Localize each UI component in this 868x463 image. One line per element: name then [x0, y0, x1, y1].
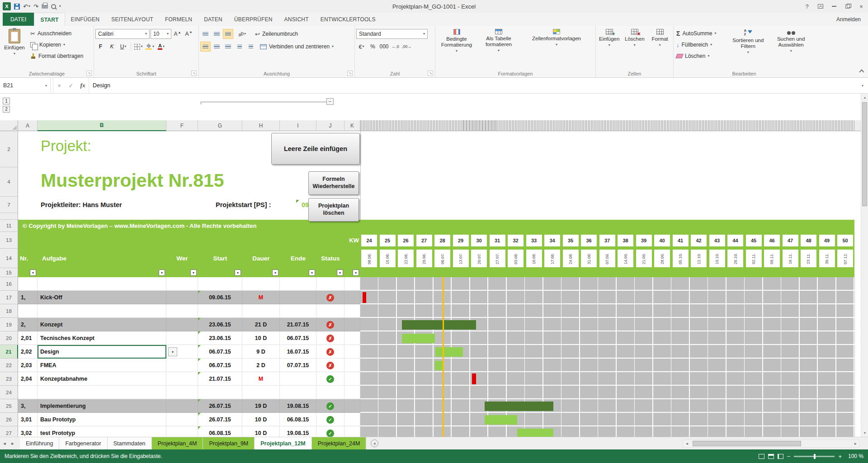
- align-right-button[interactable]: [223, 42, 233, 52]
- delete-plan-button[interactable]: Projektplan löschen: [308, 198, 359, 222]
- sheet-tab-projektplan_24m[interactable]: Projektplan_24M: [312, 437, 367, 449]
- cell-H18[interactable]: [242, 304, 280, 318]
- cell-K18[interactable]: [344, 304, 360, 318]
- cell-I27[interactable]: 19.08.15: [280, 426, 316, 437]
- ribbon-display-options-button[interactable]: [814, 1, 827, 12]
- cell-B20[interactable]: Tecnisches Konzept: [38, 331, 166, 345]
- find-select-button[interactable]: Suchen und Auswählen ▾: [769, 27, 813, 69]
- row-header-7[interactable]: 7: [0, 197, 18, 213]
- cell-H27[interactable]: 10 D: [242, 426, 280, 437]
- row-header-2[interactable]: 2: [0, 131, 18, 167]
- page-break-view-button[interactable]: [778, 454, 783, 459]
- tab-einfügen[interactable]: EINFÜGEN: [65, 13, 106, 26]
- cell-I20[interactable]: 06.07.15: [280, 331, 316, 345]
- merge-center-button[interactable]: Verbinden und zentrieren▾: [259, 42, 335, 52]
- delete-cells-button[interactable]: ×Löschen▾: [623, 27, 646, 69]
- quick-print-button[interactable]: [42, 4, 48, 9]
- cell-K27[interactable]: [344, 426, 360, 437]
- sheet-tab-projektplan_12m[interactable]: Projektplan_12M: [255, 437, 311, 449]
- name-box[interactable]: B21▾: [0, 78, 51, 93]
- cell-A21[interactable]: 2,02: [18, 345, 38, 359]
- clear-button[interactable]: Löschen▾: [675, 51, 727, 61]
- cell-A23[interactable]: 2,04: [18, 372, 38, 386]
- decrease-font-size-button[interactable]: A▼: [184, 29, 194, 39]
- tab-überprüfen[interactable]: ÜBERPRÜFEN: [228, 13, 278, 26]
- italic-button[interactable]: K: [107, 42, 117, 52]
- row-header-26[interactable]: 26: [0, 413, 18, 426]
- cell-K26[interactable]: [344, 413, 360, 426]
- font-color-button[interactable]: A▾: [156, 42, 166, 52]
- cell-F26[interactable]: [166, 413, 198, 426]
- borders-button[interactable]: ▾: [133, 42, 144, 52]
- cell-H22[interactable]: 2 D: [242, 359, 280, 372]
- column-header-J[interactable]: J: [316, 120, 344, 131]
- row-header-23[interactable]: 23: [0, 372, 18, 386]
- row-header-14[interactable]: 14: [0, 249, 18, 268]
- cell-F18[interactable]: [166, 304, 198, 318]
- underline-button[interactable]: U▾: [118, 42, 128, 52]
- increase-decimal-button[interactable]: ←,0: [390, 42, 401, 52]
- cell-A25[interactable]: 3,: [18, 399, 38, 413]
- filter-button-H[interactable]: ▾: [272, 269, 278, 276]
- cell-J23[interactable]: ✓: [316, 372, 344, 386]
- zoom-level[interactable]: 100 %: [845, 453, 863, 459]
- column-header-F[interactable]: F: [166, 120, 198, 131]
- cell-G23[interactable]: 21.07.15: [198, 372, 242, 386]
- minimize-button[interactable]: [827, 1, 841, 12]
- cell-F25[interactable]: [166, 399, 198, 413]
- cell-K25[interactable]: [344, 399, 360, 413]
- sheet-tab-projektplan_4m[interactable]: Projektplan_4M: [152, 437, 203, 449]
- accounting-format-button[interactable]: €▾: [356, 42, 367, 52]
- row-header-27[interactable]: 27: [0, 426, 18, 437]
- cell-G27[interactable]: 06.08.15: [198, 426, 242, 437]
- cell-F23[interactable]: [166, 372, 198, 386]
- prev-sheet-button[interactable]: ◄: [0, 437, 9, 449]
- column-header-A[interactable]: A: [18, 120, 38, 131]
- cell-K22[interactable]: [344, 359, 360, 372]
- cell-B18[interactable]: [38, 304, 166, 318]
- number-format-select[interactable]: Standard▾: [356, 29, 428, 39]
- cancel-button[interactable]: ×: [53, 78, 65, 93]
- cell-styles-button[interactable]: Zellenformatvorlagen▾: [521, 27, 592, 69]
- collapse-ribbon-button[interactable]: [859, 69, 864, 74]
- cell-B27[interactable]: test Prototyp: [38, 426, 166, 437]
- cell-B24[interactable]: [38, 386, 166, 399]
- clipboard-dialog-launcher[interactable]: ↘: [86, 71, 92, 76]
- cell-J22[interactable]: ✗: [316, 359, 344, 372]
- fill-button[interactable]: ↓Füllbereich▾: [675, 40, 727, 50]
- filter-button-A[interactable]: ▾: [30, 269, 36, 276]
- insert-cells-button[interactable]: +Einfügen▾: [597, 27, 621, 69]
- help-button[interactable]: ?: [800, 1, 814, 12]
- format-cells-button[interactable]: Format▾: [648, 27, 672, 69]
- percent-button[interactable]: %: [368, 42, 378, 52]
- row-header-20[interactable]: 20: [0, 331, 18, 345]
- insert-empty-row-button[interactable]: Leere Zeile einfügen: [271, 133, 360, 165]
- cell-B19[interactable]: Konzept: [38, 318, 166, 331]
- decrease-indent-button[interactable]: [234, 42, 245, 52]
- column-header-B[interactable]: B: [38, 120, 166, 131]
- cell-H26[interactable]: 10 D: [242, 413, 280, 426]
- tab-formeln[interactable]: FORMELN: [159, 13, 198, 26]
- sheet-tab-projektplan_9m[interactable]: Projektplan_9M: [203, 437, 255, 449]
- font-size-select[interactable]: 10▾: [151, 29, 171, 39]
- cell-J26[interactable]: ✓: [316, 413, 344, 426]
- tab-ansicht[interactable]: ANSICHT: [278, 13, 315, 26]
- format-as-table-button[interactable]: Als Tabelle formatieren▾: [478, 27, 519, 69]
- cell-I23[interactable]: [280, 372, 316, 386]
- cell-H19[interactable]: 21 D: [242, 318, 280, 331]
- autosum-button[interactable]: ΣAutoSumme▾: [675, 28, 727, 38]
- qat-customize-button[interactable]: ▾: [59, 5, 61, 8]
- normal-view-button[interactable]: [759, 454, 764, 459]
- filter-button-B[interactable]: ▾: [159, 269, 165, 276]
- row-header-24[interactable]: 24: [0, 386, 18, 399]
- row-header-22[interactable]: 22: [0, 359, 18, 372]
- cell-A20[interactable]: 2,01: [18, 331, 38, 345]
- cell-G21[interactable]: 06.07.15: [198, 345, 242, 359]
- conditional-formatting-button[interactable]: Bedingte Formatierung▾: [437, 27, 476, 69]
- formula-bar-expand-button[interactable]: ▾: [857, 84, 868, 88]
- row-header-18[interactable]: 18: [0, 304, 18, 318]
- cell-B23[interactable]: Konzeptabnahme: [38, 372, 166, 386]
- tab-datei[interactable]: DATEI: [3, 13, 34, 26]
- cell-F20[interactable]: [166, 331, 198, 345]
- vertical-scrollbar[interactable]: ▲ ▼: [861, 94, 868, 437]
